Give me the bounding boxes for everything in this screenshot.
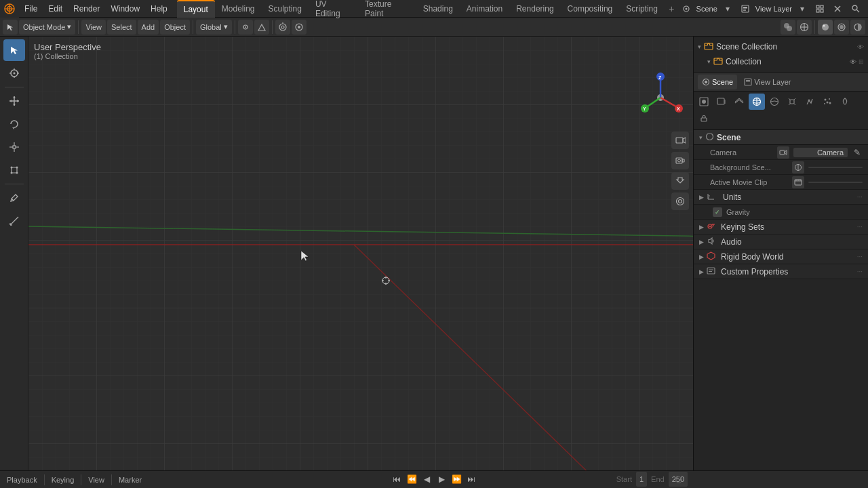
tool-measure[interactable] [3, 210, 25, 232]
snap-btn[interactable] [275, 20, 290, 35]
camera-icon-btn[interactable] [777, 146, 789, 159]
proportional-btn[interactable] [292, 20, 307, 35]
scene-collection-label: Scene Collection [716, 42, 777, 52]
menu-help[interactable]: Help [145, 0, 173, 18]
fullscreen-btn[interactable] [812, 1, 827, 16]
prop-tab-constraints[interactable] [696, 111, 712, 127]
tool-move[interactable] [3, 90, 25, 112]
units-section[interactable]: ▶ Units ··· [694, 190, 868, 205]
svg-rect-105 [717, 98, 724, 104]
view-layer-tab[interactable]: View Layer [740, 75, 795, 89]
toolbar-select-mode-icon[interactable] [3, 20, 18, 35]
tab-sculpting[interactable]: Sculpting [262, 0, 309, 18]
viewport-shading-rendered[interactable] [850, 20, 865, 35]
camera-value[interactable]: Camera [793, 148, 848, 157]
rigid-body-section[interactable]: ▶ Rigid Body World ··· [694, 249, 868, 264]
add-workspace-button[interactable]: + [665, 1, 679, 16]
background-scene-icon[interactable] [792, 161, 804, 174]
tab-modeling[interactable]: Modeling [215, 0, 262, 18]
prop-tab-output[interactable] [713, 94, 730, 110]
keying-sets-section[interactable]: ▶ Keying Sets ··· [694, 220, 868, 235]
tab-animation[interactable]: Animation [460, 0, 509, 18]
tab-texture-paint[interactable]: Texture Paint [358, 0, 416, 18]
tool-scale[interactable] [3, 136, 25, 158]
jump-next-keyframe-btn[interactable]: ⏩ [450, 472, 463, 486]
scene-collection-visibility[interactable]: 👁 [857, 43, 864, 51]
object-btn[interactable]: Object [160, 20, 190, 35]
close-window-btn[interactable] [830, 1, 845, 16]
add-btn[interactable]: Add [138, 20, 159, 35]
tree-collection[interactable]: ▾ Collection 👁 ⊞ [694, 54, 868, 69]
pan-view-icon[interactable] [671, 172, 689, 190]
search-btn[interactable] [848, 1, 863, 16]
view-layer-btn[interactable] [738, 1, 753, 16]
tab-compositing[interactable]: Compositing [561, 0, 620, 18]
collection-visibility[interactable]: 👁 [850, 58, 856, 66]
bottom-marker[interactable]: Marker [116, 472, 144, 487]
gravity-checkbox[interactable]: ✓ [713, 207, 722, 217]
prop-tab-physics[interactable] [837, 94, 853, 110]
tab-scripting[interactable]: Scripting [619, 0, 665, 18]
viewport-shading-solid[interactable] [818, 20, 833, 35]
props-tabs [694, 92, 868, 130]
menu-edit[interactable]: Edit [43, 0, 68, 18]
play-forward-btn[interactable]: ▶ [435, 472, 448, 486]
bottom-view[interactable]: View [85, 472, 107, 487]
prop-tab-render[interactable] [696, 94, 712, 110]
jump-start-btn[interactable]: ⏮ [390, 472, 403, 486]
audio-section[interactable]: ▶ Audio [694, 235, 868, 249]
transform-orient-btn[interactable] [254, 20, 269, 35]
movie-clip-icon[interactable] [792, 176, 804, 188]
bottom-playback[interactable]: Playback [4, 472, 40, 487]
tab-layout[interactable]: Layout [177, 0, 215, 18]
background-scene-value[interactable] [808, 167, 863, 168]
menu-file[interactable]: File [19, 0, 43, 18]
overlay-btn[interactable] [781, 20, 795, 35]
camera-edit-btn[interactable]: ✎ [852, 147, 863, 158]
object-mode-btn[interactable]: Object Mode ▾ [19, 20, 75, 35]
gizmo-btn[interactable] [797, 20, 812, 35]
prop-tab-scene[interactable] [749, 94, 765, 110]
collection-icon [713, 56, 723, 68]
menu-render[interactable]: Render [68, 0, 105, 18]
camera-perspective-icon[interactable] [671, 131, 689, 149]
tool-cursor[interactable] [3, 62, 25, 84]
camera-icon[interactable] [671, 152, 689, 169]
viewport-shading-material[interactable] [834, 20, 849, 35]
view-layer-arrow[interactable]: ▾ [795, 1, 810, 16]
tool-rotate[interactable] [3, 113, 25, 135]
play-backward-btn[interactable]: ◀ [420, 472, 433, 486]
svg-point-104 [702, 100, 706, 104]
engine-dropdown[interactable]: ▾ [720, 1, 735, 16]
tool-annotate[interactable] [3, 187, 25, 209]
3d-viewport[interactable]: User Perspective (1) Collection Z X Y [28, 37, 693, 470]
tab-rendering[interactable]: Rendering [509, 0, 560, 18]
scene-section-header[interactable]: ▾ Scene [694, 130, 868, 145]
scene-tab[interactable]: Scene [698, 75, 737, 89]
bottom-keying[interactable]: Keying [49, 472, 77, 487]
movie-clip-value[interactable] [808, 182, 863, 183]
tool-transform[interactable] [3, 159, 25, 181]
prop-tab-modifier[interactable] [802, 94, 818, 110]
start-frame[interactable]: 1 [636, 472, 647, 487]
prop-tab-world[interactable] [766, 94, 783, 110]
tool-select[interactable] [3, 39, 25, 61]
select-btn[interactable]: Select [107, 20, 136, 35]
svg-rect-52 [12, 167, 17, 173]
tree-scene-collection[interactable]: ▾ Scene Collection 👁 [694, 39, 868, 54]
scene-dropdown[interactable] [679, 1, 694, 16]
custom-props-section[interactable]: ▶ Custom Properties ··· [694, 264, 868, 279]
menu-window[interactable]: Window [105, 0, 145, 18]
tab-shading[interactable]: Shading [416, 0, 460, 18]
render-preview-icon[interactable] [671, 192, 689, 210]
tab-uv-editing[interactable]: UV Editing [309, 0, 358, 18]
view-btn[interactable]: View [81, 20, 106, 35]
prop-tab-particles[interactable] [819, 94, 835, 110]
jump-end-btn[interactable]: ⏭ [465, 472, 478, 486]
prop-tab-object[interactable] [784, 94, 800, 110]
transform-pivot-btn[interactable] [238, 20, 253, 35]
prop-tab-viewlayer[interactable] [731, 94, 747, 110]
jump-prev-keyframe-btn[interactable]: ⏪ [405, 472, 418, 486]
rigid-body-arrow: ▶ [699, 253, 704, 260]
global-btn[interactable]: Global ▾ [196, 20, 232, 35]
